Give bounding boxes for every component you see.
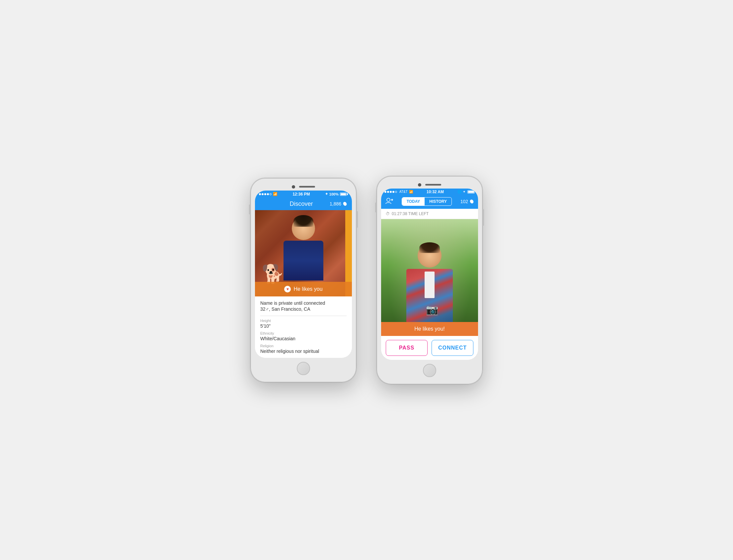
person-figure-2: 📷 bbox=[396, 244, 463, 322]
phone-2: AT&T 📶 10:32 AM 🌐 ✦ bbox=[376, 176, 483, 384]
signal-indicator-2 bbox=[384, 191, 397, 193]
height-label: Height bbox=[260, 319, 347, 323]
speaker-2 bbox=[425, 184, 441, 186]
svg-point-0 bbox=[343, 201, 347, 206]
action-buttons: PASS CONNECT bbox=[381, 336, 478, 360]
globe-icon: 🌐 bbox=[457, 190, 461, 194]
battery-fill bbox=[341, 193, 346, 195]
signal-dot-3 bbox=[264, 193, 266, 195]
status-bar: 📶 12:36 PM ✦ 100% bbox=[255, 191, 352, 198]
volume-button-2 bbox=[375, 202, 376, 212]
add-user-svg bbox=[385, 197, 393, 204]
status-right: ✦ 100% bbox=[325, 192, 348, 196]
signal-dot-4 bbox=[267, 193, 269, 195]
tab-bar: TODAY HISTORY 102 bbox=[381, 195, 478, 209]
person-head bbox=[292, 217, 315, 240]
leaf-icon-2 bbox=[469, 199, 474, 204]
profile-photo-2[interactable]: 📷 bbox=[381, 219, 478, 322]
photo-background-2: 📷 bbox=[381, 219, 478, 322]
svg-point-4 bbox=[469, 199, 474, 204]
pass-button[interactable]: PASS bbox=[386, 340, 428, 356]
status-right-2: 🌐 ✦ bbox=[457, 190, 475, 194]
religion-value: Neither religious nor spiritual bbox=[260, 349, 347, 354]
timer-icon: ⏱ bbox=[386, 211, 390, 216]
battery-fill-2 bbox=[468, 191, 474, 193]
divider-1 bbox=[260, 316, 347, 316]
camera-emoji: 📷 bbox=[426, 304, 438, 315]
signal-dot-5 bbox=[270, 193, 272, 195]
like-banner-1[interactable]: ♥ He likes you bbox=[255, 282, 352, 296]
power-button-2 bbox=[483, 209, 484, 226]
signal-dot-1 bbox=[259, 193, 261, 195]
like-banner-2[interactable]: He likes you! bbox=[381, 322, 478, 336]
power-button bbox=[357, 211, 358, 228]
height-value: 5'10" bbox=[260, 323, 347, 329]
nav-title: Discover bbox=[289, 200, 313, 207]
nav-bar: Discover 1,886 bbox=[255, 198, 352, 210]
status-bar-2: AT&T 📶 10:32 AM 🌐 ✦ bbox=[381, 189, 478, 195]
home-button-area bbox=[255, 358, 352, 378]
ethnicity-value: White/Caucasian bbox=[260, 336, 347, 341]
status-time: 12:36 PM bbox=[292, 192, 310, 197]
tab-group: TODAY HISTORY bbox=[402, 197, 452, 206]
profile-name: Name is private until connected bbox=[260, 300, 347, 306]
sig-d1 bbox=[384, 191, 386, 193]
svg-point-1 bbox=[387, 198, 390, 201]
battery-icon-2 bbox=[467, 190, 475, 194]
carrier-name: AT&T bbox=[399, 190, 408, 194]
sig-d2 bbox=[387, 191, 389, 193]
home-button-area-2 bbox=[381, 360, 478, 380]
speaker bbox=[299, 186, 315, 188]
wifi-icon: 📶 bbox=[273, 192, 278, 196]
tab-today[interactable]: TODAY bbox=[402, 198, 425, 205]
timer-text: 01:27:38 TIME LEFT bbox=[392, 211, 429, 216]
front-camera bbox=[292, 185, 295, 189]
sig-d5 bbox=[395, 191, 397, 193]
bluetooth-icon: ✦ bbox=[325, 192, 328, 196]
battery-icon bbox=[340, 193, 348, 196]
leaf-icon bbox=[343, 201, 347, 206]
nav-badge-2: 102 bbox=[460, 199, 474, 204]
front-camera-2 bbox=[418, 183, 421, 187]
sig-d3 bbox=[390, 191, 392, 193]
hair bbox=[293, 215, 313, 227]
profile-photo-1[interactable]: 🐕 ♥ He likes you bbox=[255, 210, 352, 296]
signal-dot-2 bbox=[262, 193, 264, 195]
status-left: 📶 bbox=[259, 192, 278, 196]
shirt bbox=[284, 241, 323, 280]
religion-label: Religion bbox=[260, 344, 347, 348]
battery-text: 100% bbox=[329, 192, 339, 196]
battery-body bbox=[340, 193, 347, 196]
signal-indicator bbox=[259, 193, 272, 195]
nav-count-2: 102 bbox=[460, 199, 468, 204]
connect-button[interactable]: CONNECT bbox=[432, 340, 473, 356]
hair-2 bbox=[419, 242, 440, 253]
like-text-1: He likes you bbox=[293, 286, 322, 292]
add-person-icon[interactable] bbox=[385, 197, 393, 206]
heart-icon: ♥ bbox=[284, 286, 291, 292]
bluetooth-icon-2: ✦ bbox=[463, 190, 465, 194]
status-time-2: 10:32 AM bbox=[427, 190, 444, 194]
tab-history[interactable]: HISTORY bbox=[425, 198, 451, 205]
volume-button bbox=[249, 204, 250, 214]
status-left-2: AT&T 📶 bbox=[384, 190, 413, 194]
wifi-icon-2: 📶 bbox=[409, 190, 413, 194]
like-text-2: He likes you! bbox=[414, 326, 445, 332]
nav-badge: 1,886 bbox=[330, 201, 347, 206]
phone-screen-1: 📶 12:36 PM ✦ 100% Discover 1,886 bbox=[255, 191, 352, 358]
profile-details-1: Name is private until connected 32♂, San… bbox=[255, 296, 352, 358]
nav-count: 1,886 bbox=[330, 201, 341, 206]
profile-location: 32♂, San Francisco, CA bbox=[260, 306, 347, 312]
plaid-shirt: 📷 bbox=[406, 269, 453, 322]
person-head-2 bbox=[418, 244, 442, 268]
phone-screen-2: AT&T 📶 10:32 AM 🌐 ✦ bbox=[381, 189, 478, 360]
timer-bar: ⏱ 01:27:38 TIME LEFT bbox=[381, 209, 478, 219]
home-button[interactable] bbox=[297, 362, 310, 375]
phone-1: 📶 12:36 PM ✦ 100% Discover 1,886 bbox=[250, 178, 357, 382]
undershirt bbox=[425, 272, 435, 298]
ethnicity-label: Ethnicity bbox=[260, 331, 347, 335]
sig-d4 bbox=[392, 191, 394, 193]
battery-tip bbox=[347, 193, 348, 195]
home-button-2[interactable] bbox=[423, 364, 436, 377]
